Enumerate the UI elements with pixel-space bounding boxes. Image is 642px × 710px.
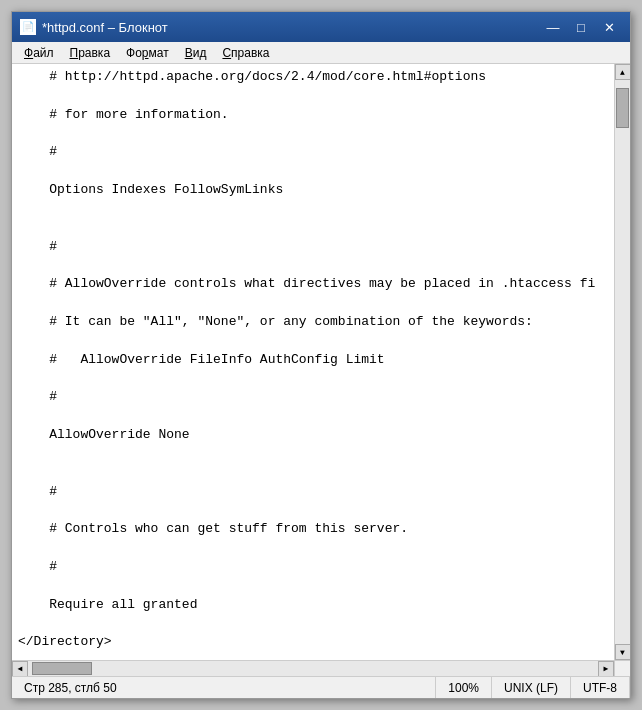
line-3: # <box>18 143 608 162</box>
scroll-track-v[interactable] <box>615 80 630 644</box>
scroll-down-button[interactable]: ▼ <box>615 644 631 660</box>
menu-bar: Файл Правка Формат Вид Справка <box>12 42 630 64</box>
line-ending: UNIX (LF) <box>504 681 558 695</box>
line-13: # <box>18 483 608 502</box>
line-9: # AllowOverride FileInfo AuthConfig Limi… <box>18 351 608 370</box>
scroll-left-button[interactable]: ◀ <box>12 661 28 677</box>
title-bar-left: 📄 *httpd.conf – Блокнот <box>20 19 168 35</box>
line-15: # <box>18 558 608 577</box>
close-button[interactable]: ✕ <box>596 17 622 37</box>
editor-area: # http://httpd.apache.org/docs/2.4/mod/c… <box>12 64 630 660</box>
status-position: Стр 285, стлб 50 <box>12 677 436 698</box>
app-icon: 📄 <box>20 19 36 35</box>
notepad-window: 📄 *httpd.conf – Блокнот — □ ✕ Файл Правк… <box>11 11 631 699</box>
line-10: # <box>18 388 608 407</box>
minimize-button[interactable]: — <box>540 17 566 37</box>
line-11: AllowOverride None <box>18 426 608 445</box>
line-2: # for more information. <box>18 106 608 125</box>
line-17: </Directory> <box>18 633 608 652</box>
scroll-thumb-v[interactable] <box>616 88 629 128</box>
status-line-ending: UNIX (LF) <box>492 677 571 698</box>
zoom-level: 100% <box>448 681 479 695</box>
cursor-position: Стр 285, стлб 50 <box>24 681 117 695</box>
scrollbar-corner <box>614 661 630 677</box>
text-editor[interactable]: # http://httpd.apache.org/docs/2.4/mod/c… <box>12 64 614 660</box>
status-zoom: 100% <box>436 677 492 698</box>
horizontal-scrollbar[interactable]: ◀ ▶ <box>12 660 630 676</box>
menu-format[interactable]: Формат <box>118 44 177 62</box>
line-14: # Controls who can get stuff from this s… <box>18 520 608 539</box>
line-8: # It can be "All", "None", or any combin… <box>18 313 608 332</box>
line-6: # <box>18 238 608 257</box>
window-controls: — □ ✕ <box>540 17 622 37</box>
menu-edit[interactable]: Правка <box>62 44 119 62</box>
line-1: # http://httpd.apache.org/docs/2.4/mod/c… <box>18 68 608 87</box>
line-4: Options Indexes FollowSymLinks <box>18 181 608 200</box>
scroll-right-button[interactable]: ▶ <box>598 661 614 677</box>
status-bar: Стр 285, стлб 50 100% UNIX (LF) UTF-8 <box>12 676 630 698</box>
scroll-track-h[interactable] <box>28 661 598 676</box>
title-bar: 📄 *httpd.conf – Блокнот — □ ✕ <box>12 12 630 42</box>
line-16: Require all granted <box>18 596 608 615</box>
menu-view[interactable]: Вид <box>177 44 215 62</box>
scroll-thumb-h[interactable] <box>32 662 92 675</box>
window-title: *httpd.conf – Блокнот <box>42 20 168 35</box>
menu-help[interactable]: Справка <box>214 44 277 62</box>
encoding: UTF-8 <box>583 681 617 695</box>
scroll-up-button[interactable]: ▲ <box>615 64 631 80</box>
status-encoding: UTF-8 <box>571 677 630 698</box>
maximize-button[interactable]: □ <box>568 17 594 37</box>
menu-file[interactable]: Файл <box>16 44 62 62</box>
vertical-scrollbar[interactable]: ▲ ▼ <box>614 64 630 660</box>
line-7: # AllowOverride controls what directives… <box>18 275 608 294</box>
